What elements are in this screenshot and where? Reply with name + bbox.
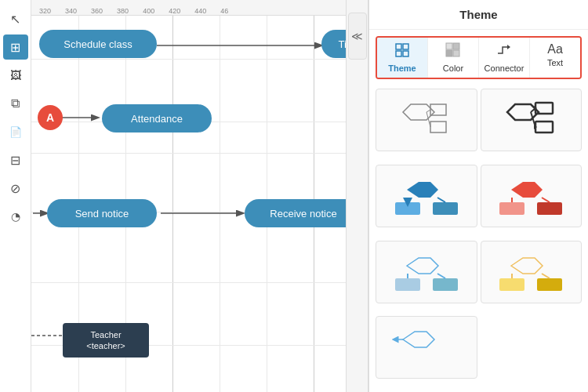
collapse-button[interactable]: ≪ — [348, 13, 367, 60]
tab-color-label: Color — [443, 64, 463, 73]
svg-rect-22 — [535, 122, 553, 132]
receive-notice-node[interactable]: Receive notice — [245, 199, 347, 227]
svg-marker-37 — [407, 258, 438, 274]
send-notice-node[interactable]: Send notice — [47, 199, 157, 227]
table-tool[interactable]: ⊟ — [3, 147, 28, 172]
theme-option-blue[interactable] — [376, 165, 477, 227]
svg-rect-38 — [395, 278, 420, 291]
theme-icon — [394, 42, 410, 62]
svg-rect-43 — [499, 278, 524, 291]
svg-line-46 — [542, 274, 550, 278]
image-tool[interactable]: 🖼 — [3, 63, 28, 88]
svg-rect-39 — [433, 278, 458, 291]
document-tool[interactable]: 📄 — [3, 119, 28, 144]
svg-rect-13 — [453, 50, 459, 56]
clock-tool[interactable]: ◔ — [3, 204, 28, 229]
svg-rect-34 — [537, 202, 562, 215]
panel-title: Theme — [369, 0, 588, 30]
cursor-tool[interactable]: ↖ — [3, 6, 28, 31]
left-sidebar: ↖ ⊞ 🖼 ⧉ 📄 ⊟ ⊘ ◔ — [0, 0, 31, 392]
theme-option-simple[interactable] — [376, 89, 477, 151]
svg-rect-10 — [446, 43, 452, 49]
theme-option-red[interactable] — [481, 165, 583, 227]
tab-theme-label: Theme — [388, 64, 416, 73]
svg-rect-17 — [430, 122, 446, 132]
svg-marker-47 — [403, 332, 434, 347]
svg-rect-33 — [499, 202, 524, 215]
tab-text[interactable]: Aa Text — [530, 38, 580, 78]
color-icon — [445, 42, 461, 62]
theme-option-bold[interactable] — [481, 89, 583, 151]
svg-line-36 — [542, 198, 550, 202]
tab-text-label: Text — [547, 58, 563, 67]
svg-rect-7 — [403, 44, 408, 49]
svg-rect-8 — [396, 51, 401, 56]
theme-option-teal-partial[interactable] — [376, 316, 477, 379]
attendance-node[interactable]: Attendance — [102, 104, 212, 132]
svg-marker-32 — [511, 182, 543, 198]
right-panel: Theme Theme — [368, 0, 588, 392]
svg-line-31 — [437, 198, 445, 202]
grid-tool[interactable]: ⊞ — [3, 34, 28, 60]
svg-marker-14 — [507, 45, 510, 49]
theme-option-yellow[interactable] — [481, 241, 583, 303]
tab-color[interactable]: Color — [428, 38, 479, 78]
ruler-top: 320 340 360 380 400 420 440 46 — [31, 0, 346, 16]
collapse-col: ≪ — [347, 0, 368, 392]
text-icon: Aa — [547, 42, 563, 56]
connector-icon — [496, 42, 512, 62]
canvas-content[interactable]: Schedule class Titl A Attendance Send no… — [31, 16, 346, 392]
link-tool[interactable]: ⊘ — [3, 176, 28, 201]
svg-marker-15 — [403, 104, 434, 120]
title-node[interactable]: Titl — [321, 30, 347, 58]
layers-tool[interactable]: ⧉ — [3, 91, 28, 116]
svg-rect-11 — [453, 43, 459, 49]
schedule-class-node[interactable]: Schedule class — [39, 30, 157, 58]
svg-marker-27 — [407, 182, 438, 198]
theme-options-grid — [369, 85, 588, 392]
svg-marker-42 — [511, 258, 543, 274]
a-circle-node[interactable]: A — [38, 105, 63, 130]
tab-theme[interactable]: Theme — [377, 38, 428, 78]
tab-connector-label: Connector — [485, 64, 524, 73]
svg-rect-28 — [395, 202, 420, 215]
svg-rect-44 — [537, 278, 562, 291]
tab-connector[interactable]: Connector — [479, 38, 530, 78]
theme-option-teal[interactable] — [376, 241, 477, 303]
svg-line-41 — [437, 274, 445, 278]
svg-rect-9 — [403, 51, 408, 56]
theme-tabs: Theme Color — [376, 36, 582, 79]
svg-rect-29 — [433, 202, 458, 215]
svg-rect-6 — [396, 44, 401, 49]
svg-rect-12 — [446, 50, 452, 56]
teacher-node[interactable]: Teacher<teacher> — [63, 323, 149, 358]
